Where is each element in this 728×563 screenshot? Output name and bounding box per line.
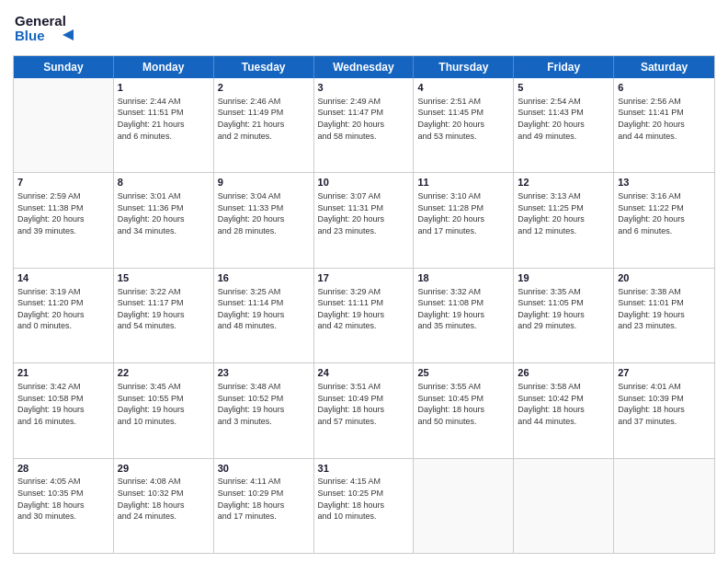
day-cell-29: 29Sunrise: 4:08 AM Sunset: 10:32 PM Dayl…: [114, 459, 214, 553]
day-number: 22: [118, 366, 210, 380]
empty-cell-0-0: [14, 78, 114, 172]
day-number: 2: [218, 81, 310, 95]
page: General Blue SundayMondayTuesdayWednesda…: [0, 0, 728, 563]
day-number: 6: [618, 81, 711, 95]
day-number: 9: [218, 176, 310, 190]
empty-cell-4-4: [414, 459, 514, 553]
day-cell-2: 2Sunrise: 2:46 AM Sunset: 11:49 PM Dayli…: [214, 78, 314, 172]
day-info: Sunrise: 2:46 AM Sunset: 11:49 PM Daylig…: [218, 96, 310, 142]
day-number: 10: [318, 176, 410, 190]
day-number: 16: [218, 271, 310, 285]
day-info: Sunrise: 3:22 AM Sunset: 11:17 PM Daylig…: [118, 286, 210, 332]
empty-cell-4-6: [614, 459, 714, 553]
header: General Blue: [13, 9, 715, 50]
calendar-row-0: 1Sunrise: 2:44 AM Sunset: 11:51 PM Dayli…: [14, 78, 714, 173]
day-cell-7: 7Sunrise: 2:59 AM Sunset: 11:38 PM Dayli…: [14, 173, 114, 267]
day-cell-24: 24Sunrise: 3:51 AM Sunset: 10:49 PM Dayl…: [314, 363, 415, 457]
day-info: Sunrise: 3:58 AM Sunset: 10:42 PM Daylig…: [518, 381, 609, 427]
day-cell-9: 9Sunrise: 3:04 AM Sunset: 11:33 PM Dayli…: [214, 173, 314, 267]
day-number: 14: [17, 271, 109, 285]
day-cell-22: 22Sunrise: 3:45 AM Sunset: 10:55 PM Dayl…: [114, 363, 214, 457]
day-cell-20: 20Sunrise: 3:38 AM Sunset: 11:01 PM Dayl…: [614, 269, 714, 362]
day-number: 5: [518, 81, 609, 95]
day-number: 15: [118, 271, 210, 285]
day-info: Sunrise: 3:25 AM Sunset: 11:14 PM Daylig…: [218, 286, 310, 332]
day-info: Sunrise: 4:01 AM Sunset: 10:39 PM Daylig…: [618, 381, 711, 427]
header-day-thursday: Thursday: [414, 56, 514, 78]
svg-marker-2: [63, 29, 74, 40]
day-info: Sunrise: 3:07 AM Sunset: 11:31 PM Daylig…: [318, 190, 410, 236]
logo-svg: General Blue: [13, 9, 86, 50]
day-info: Sunrise: 3:51 AM Sunset: 10:49 PM Daylig…: [318, 381, 410, 427]
day-cell-5: 5Sunrise: 2:54 AM Sunset: 11:43 PM Dayli…: [514, 78, 614, 172]
day-info: Sunrise: 2:59 AM Sunset: 11:38 PM Daylig…: [17, 190, 109, 236]
day-cell-10: 10Sunrise: 3:07 AM Sunset: 11:31 PM Dayl…: [314, 173, 415, 267]
day-info: Sunrise: 3:35 AM Sunset: 11:05 PM Daylig…: [518, 286, 609, 332]
day-info: Sunrise: 2:51 AM Sunset: 11:45 PM Daylig…: [417, 96, 509, 142]
day-cell-6: 6Sunrise: 2:56 AM Sunset: 11:41 PM Dayli…: [614, 78, 714, 172]
day-number: 7: [17, 176, 109, 190]
header-day-monday: Monday: [114, 56, 214, 78]
day-info: Sunrise: 3:48 AM Sunset: 10:52 PM Daylig…: [218, 381, 310, 427]
day-cell-3: 3Sunrise: 2:49 AM Sunset: 11:47 PM Dayli…: [314, 78, 415, 172]
day-number: 29: [118, 462, 210, 476]
day-number: 19: [518, 271, 609, 285]
day-cell-12: 12Sunrise: 3:13 AM Sunset: 11:25 PM Dayl…: [514, 173, 614, 267]
day-info: Sunrise: 3:55 AM Sunset: 10:45 PM Daylig…: [417, 381, 509, 427]
day-cell-21: 21Sunrise: 3:42 AM Sunset: 10:58 PM Dayl…: [14, 363, 114, 457]
day-number: 25: [417, 366, 509, 380]
day-number: 3: [318, 81, 410, 95]
day-cell-31: 31Sunrise: 4:15 AM Sunset: 10:25 PM Dayl…: [314, 459, 415, 553]
calendar-header: SundayMondayTuesdayWednesdayThursdayFrid…: [14, 56, 714, 78]
day-number: 4: [417, 81, 509, 95]
day-cell-13: 13Sunrise: 3:16 AM Sunset: 11:22 PM Dayl…: [614, 173, 714, 267]
day-info: Sunrise: 3:42 AM Sunset: 10:58 PM Daylig…: [17, 381, 109, 427]
day-cell-17: 17Sunrise: 3:29 AM Sunset: 11:11 PM Dayl…: [314, 269, 415, 362]
day-info: Sunrise: 4:08 AM Sunset: 10:32 PM Daylig…: [118, 476, 210, 522]
day-number: 13: [618, 176, 711, 190]
day-number: 24: [318, 366, 410, 380]
day-number: 27: [618, 366, 711, 380]
day-info: Sunrise: 3:38 AM Sunset: 11:01 PM Daylig…: [618, 286, 711, 332]
day-number: 17: [318, 271, 410, 285]
day-cell-25: 25Sunrise: 3:55 AM Sunset: 10:45 PM Dayl…: [414, 363, 514, 457]
day-info: Sunrise: 3:01 AM Sunset: 11:36 PM Daylig…: [118, 190, 210, 236]
svg-text:Blue: Blue: [15, 28, 45, 43]
day-info: Sunrise: 2:54 AM Sunset: 11:43 PM Daylig…: [518, 96, 609, 142]
day-number: 21: [17, 366, 109, 380]
day-info: Sunrise: 2:49 AM Sunset: 11:47 PM Daylig…: [318, 96, 410, 142]
day-cell-28: 28Sunrise: 4:05 AM Sunset: 10:35 PM Dayl…: [14, 459, 114, 553]
day-cell-30: 30Sunrise: 4:11 AM Sunset: 10:29 PM Dayl…: [214, 459, 314, 553]
day-info: Sunrise: 3:16 AM Sunset: 11:22 PM Daylig…: [618, 190, 711, 236]
day-number: 18: [417, 271, 509, 285]
calendar-row-2: 14Sunrise: 3:19 AM Sunset: 11:20 PM Dayl…: [14, 269, 714, 363]
day-cell-23: 23Sunrise: 3:48 AM Sunset: 10:52 PM Dayl…: [214, 363, 314, 457]
day-number: 20: [618, 271, 711, 285]
logo: General Blue: [13, 9, 86, 50]
day-info: Sunrise: 3:45 AM Sunset: 10:55 PM Daylig…: [118, 381, 210, 427]
day-number: 11: [417, 176, 509, 190]
day-number: 30: [218, 462, 310, 476]
day-cell-14: 14Sunrise: 3:19 AM Sunset: 11:20 PM Dayl…: [14, 269, 114, 362]
day-info: Sunrise: 4:05 AM Sunset: 10:35 PM Daylig…: [17, 476, 109, 522]
day-cell-15: 15Sunrise: 3:22 AM Sunset: 11:17 PM Dayl…: [114, 269, 214, 362]
day-info: Sunrise: 3:29 AM Sunset: 11:11 PM Daylig…: [318, 286, 410, 332]
calendar: SundayMondayTuesdayWednesdayThursdayFrid…: [13, 55, 715, 554]
day-cell-26: 26Sunrise: 3:58 AM Sunset: 10:42 PM Dayl…: [514, 363, 614, 457]
day-cell-16: 16Sunrise: 3:25 AM Sunset: 11:14 PM Dayl…: [214, 269, 314, 362]
day-info: Sunrise: 3:32 AM Sunset: 11:08 PM Daylig…: [417, 286, 509, 332]
day-number: 26: [518, 366, 609, 380]
day-number: 23: [218, 366, 310, 380]
day-info: Sunrise: 3:04 AM Sunset: 11:33 PM Daylig…: [218, 190, 310, 236]
day-cell-27: 27Sunrise: 4:01 AM Sunset: 10:39 PM Dayl…: [614, 363, 714, 457]
day-cell-19: 19Sunrise: 3:35 AM Sunset: 11:05 PM Dayl…: [514, 269, 614, 362]
day-number: 31: [318, 462, 410, 476]
day-cell-4: 4Sunrise: 2:51 AM Sunset: 11:45 PM Dayli…: [414, 78, 514, 172]
day-cell-18: 18Sunrise: 3:32 AM Sunset: 11:08 PM Dayl…: [414, 269, 514, 362]
calendar-row-4: 28Sunrise: 4:05 AM Sunset: 10:35 PM Dayl…: [14, 459, 714, 553]
calendar-body: 1Sunrise: 2:44 AM Sunset: 11:51 PM Dayli…: [14, 78, 714, 553]
day-number: 28: [17, 462, 109, 476]
header-day-friday: Friday: [514, 56, 614, 78]
header-day-tuesday: Tuesday: [214, 56, 314, 78]
day-info: Sunrise: 3:19 AM Sunset: 11:20 PM Daylig…: [17, 286, 109, 332]
